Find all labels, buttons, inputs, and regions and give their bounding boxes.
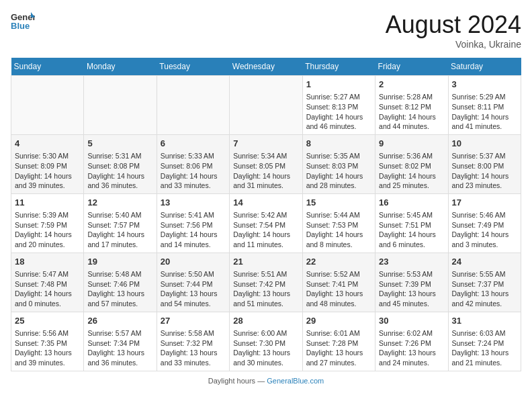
weekday-header-thursday: Thursday bbox=[302, 58, 375, 76]
day-info: Sunrise: 5:44 AM Sunset: 7:53 PM Dayligh… bbox=[306, 210, 371, 250]
day-info: Sunrise: 5:51 AM Sunset: 7:42 PM Dayligh… bbox=[233, 269, 298, 309]
day-number: 2 bbox=[379, 79, 444, 91]
calendar-cell: 11Sunrise: 5:39 AM Sunset: 7:59 PM Dayli… bbox=[11, 193, 84, 253]
day-number: 19 bbox=[87, 256, 152, 268]
day-number: 3 bbox=[452, 79, 517, 91]
day-number: 30 bbox=[379, 315, 444, 327]
day-info: Sunrise: 5:58 AM Sunset: 7:32 PM Dayligh… bbox=[161, 328, 226, 368]
day-info: Sunrise: 6:02 AM Sunset: 7:26 PM Dayligh… bbox=[379, 328, 444, 368]
day-info: Sunrise: 5:31 AM Sunset: 8:08 PM Dayligh… bbox=[87, 151, 152, 191]
day-number: 1 bbox=[306, 79, 371, 91]
day-info: Sunrise: 5:42 AM Sunset: 7:54 PM Dayligh… bbox=[233, 210, 298, 250]
day-number: 12 bbox=[87, 197, 152, 209]
calendar-cell bbox=[230, 76, 302, 135]
calendar-cell: 17Sunrise: 5:46 AM Sunset: 7:49 PM Dayli… bbox=[448, 193, 521, 253]
day-number: 20 bbox=[161, 256, 226, 268]
day-info: Sunrise: 5:28 AM Sunset: 8:12 PM Dayligh… bbox=[379, 92, 444, 132]
calendar-cell: 9Sunrise: 5:36 AM Sunset: 8:02 PM Daylig… bbox=[375, 134, 448, 193]
calendar-cell bbox=[11, 76, 84, 135]
calendar-cell: 18Sunrise: 5:47 AM Sunset: 7:48 PM Dayli… bbox=[11, 253, 84, 312]
day-info: Sunrise: 5:27 AM Sunset: 8:13 PM Dayligh… bbox=[306, 92, 371, 132]
calendar-cell: 15Sunrise: 5:44 AM Sunset: 7:53 PM Dayli… bbox=[302, 193, 375, 253]
weekday-header-sunday: Sunday bbox=[11, 58, 84, 76]
logo[interactable]: General Blue bbox=[11, 11, 35, 31]
svg-text:Blue: Blue bbox=[11, 21, 30, 31]
calendar-week-2: 4Sunrise: 5:30 AM Sunset: 8:09 PM Daylig… bbox=[11, 134, 521, 193]
day-info: Sunrise: 5:29 AM Sunset: 8:11 PM Dayligh… bbox=[452, 92, 517, 132]
calendar-cell bbox=[157, 76, 229, 135]
calendar-table: SundayMondayTuesdayWednesdayThursdayFrid… bbox=[11, 58, 521, 371]
weekday-header-saturday: Saturday bbox=[448, 58, 521, 76]
calendar-cell: 26Sunrise: 5:57 AM Sunset: 7:34 PM Dayli… bbox=[84, 312, 157, 371]
calendar-cell: 13Sunrise: 5:41 AM Sunset: 7:56 PM Dayli… bbox=[157, 193, 229, 253]
weekday-header-tuesday: Tuesday bbox=[157, 58, 229, 76]
day-info: Sunrise: 5:35 AM Sunset: 8:03 PM Dayligh… bbox=[306, 151, 371, 191]
day-number: 23 bbox=[379, 256, 444, 268]
calendar-week-3: 11Sunrise: 5:39 AM Sunset: 7:59 PM Dayli… bbox=[11, 193, 521, 253]
calendar-cell: 19Sunrise: 5:48 AM Sunset: 7:46 PM Dayli… bbox=[84, 253, 157, 312]
day-number: 24 bbox=[452, 256, 517, 268]
day-number: 29 bbox=[306, 315, 371, 327]
weekday-header-wednesday: Wednesday bbox=[230, 58, 302, 76]
day-info: Sunrise: 5:36 AM Sunset: 8:02 PM Dayligh… bbox=[379, 151, 444, 191]
footer-link[interactable]: GeneralBlue.com bbox=[267, 377, 324, 385]
day-number: 14 bbox=[233, 197, 298, 209]
day-number: 7 bbox=[233, 138, 298, 150]
calendar-cell: 30Sunrise: 6:02 AM Sunset: 7:26 PM Dayli… bbox=[375, 312, 448, 371]
day-info: Sunrise: 5:40 AM Sunset: 7:57 PM Dayligh… bbox=[87, 210, 152, 250]
calendar-body: 1Sunrise: 5:27 AM Sunset: 8:13 PM Daylig… bbox=[11, 76, 521, 371]
calendar-week-1: 1Sunrise: 5:27 AM Sunset: 8:13 PM Daylig… bbox=[11, 76, 521, 135]
calendar-week-4: 18Sunrise: 5:47 AM Sunset: 7:48 PM Dayli… bbox=[11, 253, 521, 312]
calendar-cell: 29Sunrise: 6:01 AM Sunset: 7:28 PM Dayli… bbox=[302, 312, 375, 371]
day-number: 13 bbox=[161, 197, 226, 209]
calendar-cell: 27Sunrise: 5:58 AM Sunset: 7:32 PM Dayli… bbox=[157, 312, 229, 371]
day-number: 11 bbox=[15, 197, 80, 209]
calendar-cell: 23Sunrise: 5:53 AM Sunset: 7:39 PM Dayli… bbox=[375, 253, 448, 312]
day-number: 5 bbox=[87, 138, 152, 150]
weekday-header-friday: Friday bbox=[375, 58, 448, 76]
day-number: 25 bbox=[15, 315, 80, 327]
day-number: 18 bbox=[15, 256, 80, 268]
calendar-cell: 31Sunrise: 6:03 AM Sunset: 7:24 PM Dayli… bbox=[448, 312, 521, 371]
footer-text: Daylight hours bbox=[208, 377, 255, 385]
calendar-cell: 12Sunrise: 5:40 AM Sunset: 7:57 PM Dayli… bbox=[84, 193, 157, 253]
day-number: 9 bbox=[379, 138, 444, 150]
day-info: Sunrise: 5:53 AM Sunset: 7:39 PM Dayligh… bbox=[379, 269, 444, 309]
day-info: Sunrise: 5:30 AM Sunset: 8:09 PM Dayligh… bbox=[15, 151, 80, 191]
day-info: Sunrise: 6:01 AM Sunset: 7:28 PM Dayligh… bbox=[306, 328, 371, 368]
title-block: August 2024 Voinka, Ukraine bbox=[386, 11, 521, 50]
calendar-cell: 4Sunrise: 5:30 AM Sunset: 8:09 PM Daylig… bbox=[11, 134, 84, 193]
day-number: 4 bbox=[15, 138, 80, 150]
day-number: 31 bbox=[452, 315, 517, 327]
day-number: 22 bbox=[306, 256, 371, 268]
day-info: Sunrise: 5:46 AM Sunset: 7:49 PM Dayligh… bbox=[452, 210, 517, 250]
day-info: Sunrise: 5:55 AM Sunset: 7:37 PM Dayligh… bbox=[452, 269, 517, 309]
footer: Daylight hours — GeneralBlue.com bbox=[11, 377, 521, 385]
day-number: 16 bbox=[379, 197, 444, 209]
calendar-cell: 6Sunrise: 5:33 AM Sunset: 8:06 PM Daylig… bbox=[157, 134, 229, 193]
calendar-cell: 8Sunrise: 5:35 AM Sunset: 8:03 PM Daylig… bbox=[302, 134, 375, 193]
calendar-cell: 10Sunrise: 5:37 AM Sunset: 8:00 PM Dayli… bbox=[448, 134, 521, 193]
day-info: Sunrise: 5:34 AM Sunset: 8:05 PM Dayligh… bbox=[233, 151, 298, 191]
day-info: Sunrise: 5:39 AM Sunset: 7:59 PM Dayligh… bbox=[15, 210, 80, 250]
day-number: 27 bbox=[161, 315, 226, 327]
calendar-cell: 16Sunrise: 5:45 AM Sunset: 7:51 PM Dayli… bbox=[375, 193, 448, 253]
day-number: 10 bbox=[452, 138, 517, 150]
day-number: 26 bbox=[87, 315, 152, 327]
day-info: Sunrise: 6:03 AM Sunset: 7:24 PM Dayligh… bbox=[452, 328, 517, 368]
calendar-cell: 25Sunrise: 5:56 AM Sunset: 7:35 PM Dayli… bbox=[11, 312, 84, 371]
calendar-cell: 28Sunrise: 6:00 AM Sunset: 7:30 PM Dayli… bbox=[230, 312, 302, 371]
day-number: 15 bbox=[306, 197, 371, 209]
day-info: Sunrise: 5:47 AM Sunset: 7:48 PM Dayligh… bbox=[15, 269, 80, 309]
day-info: Sunrise: 5:50 AM Sunset: 7:44 PM Dayligh… bbox=[161, 269, 226, 309]
weekday-header-monday: Monday bbox=[84, 58, 157, 76]
calendar-cell: 20Sunrise: 5:50 AM Sunset: 7:44 PM Dayli… bbox=[157, 253, 229, 312]
day-info: Sunrise: 5:56 AM Sunset: 7:35 PM Dayligh… bbox=[15, 328, 80, 368]
day-info: Sunrise: 5:45 AM Sunset: 7:51 PM Dayligh… bbox=[379, 210, 444, 250]
location: Voinka, Ukraine bbox=[386, 39, 521, 50]
weekday-header-row: SundayMondayTuesdayWednesdayThursdayFrid… bbox=[11, 58, 521, 76]
calendar-cell: 7Sunrise: 5:34 AM Sunset: 8:05 PM Daylig… bbox=[230, 134, 302, 193]
calendar-cell: 1Sunrise: 5:27 AM Sunset: 8:13 PM Daylig… bbox=[302, 76, 375, 135]
calendar-cell: 2Sunrise: 5:28 AM Sunset: 8:12 PM Daylig… bbox=[375, 76, 448, 135]
calendar-cell: 21Sunrise: 5:51 AM Sunset: 7:42 PM Dayli… bbox=[230, 253, 302, 312]
